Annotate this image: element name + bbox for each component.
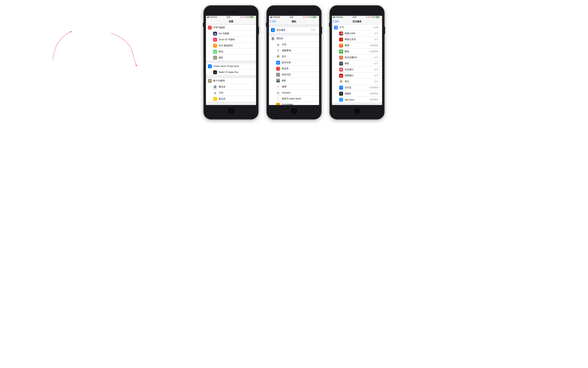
list-item[interactable]: 支 支付宝 ➤使用期间 › xyxy=(339,84,382,91)
battery-icon xyxy=(313,16,316,18)
page-title: 设置 xyxy=(206,20,256,23)
row-icon: 👁 xyxy=(339,44,343,47)
back-label: 设置 xyxy=(272,20,276,23)
signal-icon xyxy=(207,17,209,18)
list-item[interactable]: ◎ Touch ID 与密码 › xyxy=(213,37,256,43)
row-label: iTunes Store 与 App Store xyxy=(213,65,253,68)
chevron-right-icon: › xyxy=(253,79,254,83)
chevron-right-icon: › xyxy=(316,85,317,88)
home-button[interactable] xyxy=(227,107,235,115)
settings-list[interactable]: 🔊 声音与触感 › ◉ Siri 与搜索 › ◎ Touch ID 与密码 › … xyxy=(206,25,256,105)
list-item[interactable]: SOS SOS 紧急联络 › xyxy=(213,43,256,49)
location-arrow-icon: ➤ xyxy=(372,27,374,28)
wifi-icon: ◉ xyxy=(278,16,280,18)
list-item[interactable]: 〰 语音识别 › xyxy=(276,72,319,78)
list-item[interactable]: ✢ 指南针 使用期间 › xyxy=(339,91,382,97)
settings-group: 👤 通讯录 › ▤ 日历 › ☰ 提醒事项 › 照片 › ✱ 蓝牙共享 › 🎤 … xyxy=(269,36,319,105)
list-item[interactable]: 照片 › xyxy=(276,54,319,60)
chevron-right-icon: › xyxy=(379,56,380,59)
phone-speaker xyxy=(206,8,256,16)
photos-icon xyxy=(276,55,280,59)
row-icon: 🔊 xyxy=(208,26,212,29)
back-button[interactable]: 隐私 xyxy=(332,20,339,23)
row-icon: ◐ xyxy=(339,74,343,78)
row-label: 日历 xyxy=(219,91,253,94)
list-item[interactable]: ♪ 媒体与 Apple Music › xyxy=(276,96,319,102)
list-item[interactable]: A iTunes Store 与 App Store › xyxy=(206,63,256,69)
settings-group: ☁ 天气 ➤始终 › 🚄 铁路12306 永不 › ♪ 网易云音乐 永不 › 👁… xyxy=(332,25,382,103)
rotation-lock-icon: ⊘ xyxy=(366,16,368,18)
list-item[interactable]: ▤ 日历 › xyxy=(213,90,256,96)
chevron-right-icon: › xyxy=(253,56,254,59)
row-icon: 〰 xyxy=(276,73,280,77)
list-item[interactable]: ♥ 健康 › xyxy=(276,84,319,90)
battery-label: 100% xyxy=(372,16,376,18)
home-button[interactable] xyxy=(353,107,361,115)
home-button-area xyxy=(269,105,319,117)
list-item[interactable]: 🔑 帐户与密码 › xyxy=(206,78,256,84)
list-item[interactable]: ✱ 蓝牙共享 › xyxy=(276,60,319,65)
list-item[interactable]: 📷 相机 › xyxy=(276,78,319,84)
row-detail: ➤使用期间 xyxy=(368,86,378,89)
row-label: Touch ID 与密码 xyxy=(219,38,253,41)
chevron-right-icon: › xyxy=(253,26,254,29)
list-item[interactable]: ◐ 招商银行 永不 › xyxy=(339,73,382,79)
wifi-icon: ◉ xyxy=(341,16,343,18)
list-item[interactable]: ◉ Siri 与搜索 › xyxy=(213,30,256,37)
back-button[interactable]: 设置 xyxy=(269,20,276,23)
list-item[interactable]: 照片 永不 › xyxy=(339,79,382,84)
home-button[interactable] xyxy=(290,107,298,115)
chevron-right-icon: › xyxy=(316,61,317,64)
phone-location: 中国联通 ◉ 16:59 ⊘ ➤ ⏰ 100% ⚡ 隐私 定位服务 ☁ 天气 ➤… xyxy=(330,5,385,120)
row-icon: ▬ xyxy=(213,50,217,54)
list-item[interactable]: ☁ 天气 ➤始终 › xyxy=(332,25,382,30)
row-label: Siri 与搜索 xyxy=(219,32,253,35)
list-item[interactable]: ▭ Wallet 与 Apple Pay › xyxy=(213,69,256,75)
list-item[interactable]: 🏠 HomeKit › xyxy=(276,90,319,96)
row-detail: 永不 xyxy=(374,32,378,35)
location-list[interactable]: ☁ 天气 ➤始终 › 🚄 铁路12306 永不 › ♪ 网易云音乐 永不 › 👁… xyxy=(332,25,382,105)
chevron-right-icon: › xyxy=(253,85,254,88)
row-label: 通讯录 xyxy=(219,85,253,88)
chevron-right-icon: › xyxy=(253,44,254,47)
back-label: 隐私 xyxy=(335,20,339,23)
list-item[interactable]: 圓 长安银行 永不 › xyxy=(339,66,382,73)
row-icon: 🏃 xyxy=(276,103,280,105)
list-item[interactable]: ♪ 网易云音乐 永不 › xyxy=(339,36,382,42)
list-item[interactable]: ▬ 电池 › xyxy=(213,49,256,55)
row-icon: ✱ xyxy=(276,61,280,64)
row-label: 铁路12306 xyxy=(345,32,374,35)
list-item[interactable]: 👤 通讯录 › xyxy=(269,36,319,41)
list-item[interactable]: 💬 微信 ➤使用期间 › xyxy=(339,48,382,55)
flow-arrow-2 xyxy=(108,31,138,68)
chevron-right-icon: › xyxy=(379,92,380,95)
row-label: 照片 xyxy=(282,55,316,58)
location-arrow-icon: ➤ xyxy=(368,51,369,53)
status-bar: 中国联通 ◉ 16:59 ⊘ ➤ ⏰ 100% ⚡ xyxy=(269,16,319,18)
list-item[interactable]: ☰ 提醒事项 › xyxy=(276,47,319,54)
battery-icon xyxy=(250,16,253,18)
row-icon: ☁ xyxy=(334,26,338,29)
battery-icon xyxy=(376,16,379,18)
list-item[interactable]: 👤 通讯录 › xyxy=(213,84,256,90)
list-item[interactable]: 👁 微博 使用期间 › xyxy=(339,42,382,48)
list-item[interactable]: A App Store 使用期间 › xyxy=(339,97,382,103)
row-label: 网易云音乐 xyxy=(345,38,374,41)
list-item[interactable]: ➤ 定位服务 打开 › xyxy=(269,27,319,33)
list-item[interactable]: ▤ 日历 › xyxy=(276,41,319,47)
privacy-list[interactable]: ➤ 定位服务 打开 › 👤 通讯录 › ▤ 日历 › ☰ 提醒事项 › 照片 ›… xyxy=(269,25,319,105)
screen-privacy: 中国联通 ◉ 16:59 ⊘ ➤ ⏰ 100% ⚡ 设置 隐私 ➤ 定位服务 打… xyxy=(269,16,319,105)
list-item[interactable]: 🎤 麦克风 › xyxy=(276,65,319,72)
list-item[interactable]: 📷 相机 ➤永不 › xyxy=(339,60,382,66)
list-item[interactable]: 🚄 铁路12306 永不 › xyxy=(339,30,382,36)
chevron-right-icon: › xyxy=(316,37,317,40)
row-label: 隐私 xyxy=(219,56,253,59)
list-item[interactable]: ✋ 隐私 › xyxy=(213,55,256,61)
location-arrow-icon: ➤ xyxy=(372,63,374,64)
row-icon: ≡ xyxy=(213,97,217,101)
list-item[interactable]: 🏃 运动与健身 › xyxy=(276,102,319,105)
row-detail: ➤始终 xyxy=(372,26,378,29)
list-item[interactable]: ≡ 备忘录 › xyxy=(213,96,256,102)
list-item[interactable]: 🔊 声音与触感 › xyxy=(206,25,256,30)
list-item[interactable]: 听 喜马拉雅FM 永不 › xyxy=(339,55,382,60)
